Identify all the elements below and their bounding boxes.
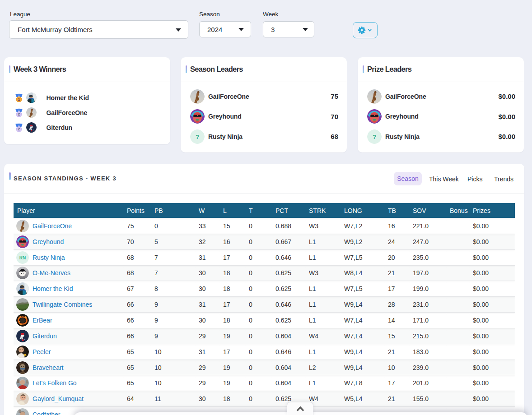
svg-text:?: ? (196, 134, 199, 140)
svg-text:RN: RN (19, 255, 26, 260)
svg-text:2: 2 (18, 127, 20, 131)
svg-text:?: ? (373, 134, 376, 140)
svg-text:2: 2 (18, 112, 20, 116)
svg-text:1: 1 (18, 97, 20, 101)
